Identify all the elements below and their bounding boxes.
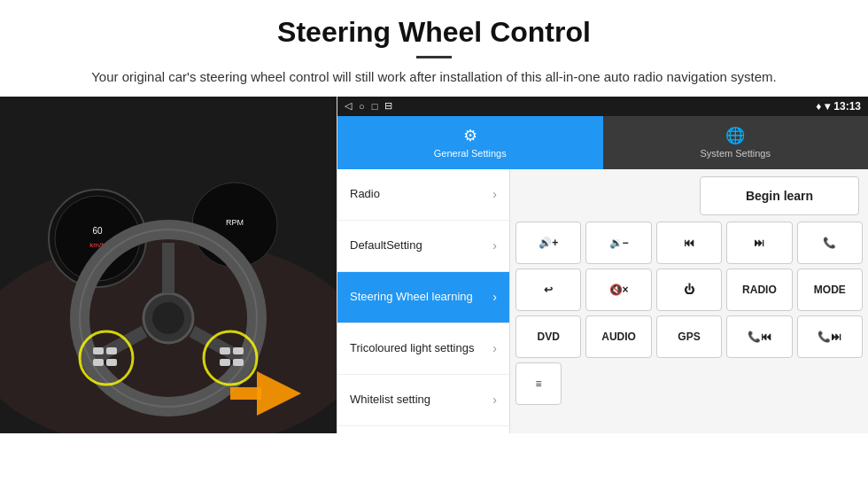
title-divider	[416, 56, 452, 58]
whitelist-icon-button[interactable]: ≡	[515, 362, 562, 405]
svg-rect-19	[106, 347, 117, 354]
tab-system-settings[interactable]: 🌐 System Settings	[603, 116, 869, 169]
power-icon: ⏻	[684, 284, 694, 296]
svg-rect-18	[93, 359, 104, 366]
controls-row-1: 🔊+ 🔉− ⏮ ⏭ 📞	[515, 222, 863, 264]
system-settings-icon: 🌐	[725, 126, 745, 145]
volume-up-button[interactable]: 🔊+	[515, 222, 581, 264]
nav-recent-icon[interactable]: □	[372, 101, 378, 112]
page-title: Steering Wheel Control	[35, 16, 833, 49]
hang-up-button[interactable]: ↩	[515, 268, 581, 311]
svg-rect-23	[233, 347, 244, 354]
controls-row-3: DVD AUDIO GPS 📞⏮ 📞⏭	[515, 315, 863, 358]
chevron-right-icon: ›	[492, 290, 497, 304]
radio-button[interactable]: RADIO	[726, 268, 792, 311]
nav-cast-icon[interactable]: ⊟	[384, 100, 392, 112]
menu-item-whitelist[interactable]: Whitelist setting ›	[337, 375, 509, 426]
android-panel: ◁ ○ □ ⊟ ♦ ▾ 13:13 ⚙ General Settings 🌐 S…	[337, 97, 868, 433]
system-settings-label: System Settings	[701, 148, 771, 159]
controls-panel: Begin learn 🔊+ 🔉− ⏮ ⏭	[510, 169, 868, 433]
tab-bar: ⚙ General Settings 🌐 System Settings	[337, 116, 868, 169]
menu-item-steering-wheel[interactable]: Steering Wheel learning ›	[337, 272, 509, 323]
hang-up-icon: ↩	[544, 284, 553, 296]
volume-up-icon: 🔊+	[539, 237, 558, 249]
begin-learn-row: Begin learn	[515, 175, 863, 217]
menu-whitelist-label: Whitelist setting	[350, 393, 430, 408]
chevron-right-icon: ›	[492, 341, 497, 355]
general-settings-label: General Settings	[434, 148, 507, 159]
svg-rect-24	[233, 359, 244, 366]
svg-point-10	[152, 302, 184, 334]
controls-row-2: ↩ 🔇× ⏻ RADIO MODE	[515, 268, 863, 311]
menu-tricoloured-label: Tricoloured light settings	[350, 341, 474, 356]
phone-next-button[interactable]: 📞⏭	[797, 315, 863, 358]
tab-general-settings[interactable]: ⚙ General Settings	[337, 116, 603, 169]
phone-prev-button[interactable]: 📞⏮	[726, 315, 792, 358]
next-track-button[interactable]: ⏭	[726, 222, 792, 264]
begin-learn-button[interactable]: Begin learn	[700, 176, 859, 215]
volume-down-icon: 🔉−	[609, 237, 629, 249]
svg-rect-22	[220, 359, 230, 366]
next-track-icon: ⏭	[754, 237, 764, 249]
clock: 13:13	[833, 100, 861, 113]
whitelist-row: ≡	[515, 362, 863, 405]
general-settings-icon: ⚙	[463, 126, 477, 145]
svg-rect-17	[93, 347, 104, 354]
location-icon: ♦	[816, 100, 821, 113]
svg-rect-26	[230, 387, 261, 400]
mute-button[interactable]: 🔇×	[585, 268, 651, 311]
menu-radio-label: Radio	[350, 187, 380, 202]
page-header: Steering Wheel Control Your original car…	[0, 0, 868, 97]
wifi-icon: ▾	[825, 100, 830, 113]
svg-rect-20	[106, 359, 117, 366]
phone-answer-button[interactable]: 📞	[797, 222, 863, 264]
gps-button[interactable]: GPS	[656, 315, 722, 358]
phone-prev-icon: 📞⏮	[748, 331, 771, 343]
chevron-right-icon: ›	[492, 238, 497, 253]
menu-steering-label: Steering Wheel learning	[350, 290, 473, 305]
prev-track-icon: ⏮	[684, 237, 694, 249]
chevron-right-icon: ›	[492, 393, 497, 407]
power-button[interactable]: ⏻	[656, 268, 722, 311]
svg-text:60: 60	[92, 226, 103, 236]
content-area: 60 km/h RPM	[0, 97, 868, 433]
menu-list: Radio › DefaultSetting › Steering Wheel …	[337, 169, 510, 433]
svg-rect-21	[220, 347, 230, 354]
nav-back-icon[interactable]: ◁	[345, 100, 352, 112]
audio-button[interactable]: AUDIO	[585, 315, 651, 358]
menu-default-label: DefaultSetting	[350, 238, 422, 253]
empty-spacer	[515, 175, 695, 217]
mode-button[interactable]: MODE	[797, 268, 863, 311]
list-icon: ≡	[535, 377, 541, 390]
status-right: ♦ ▾ 13:13	[816, 100, 861, 113]
nav-home-icon[interactable]: ○	[359, 101, 365, 112]
svg-text:RPM: RPM	[226, 218, 244, 227]
status-bar: ◁ ○ □ ⊟ ♦ ▾ 13:13	[337, 97, 868, 116]
page-subtitle: Your original car's steering wheel contr…	[80, 67, 788, 88]
main-area: Radio › DefaultSetting › Steering Wheel …	[337, 169, 868, 433]
phone-icon: 📞	[823, 237, 836, 249]
mute-icon: 🔇×	[609, 284, 629, 296]
dvd-button[interactable]: DVD	[515, 315, 581, 358]
phone-next-icon: 📞⏭	[818, 331, 841, 343]
menu-item-radio[interactable]: Radio ›	[337, 169, 509, 221]
nav-buttons: ◁ ○ □ ⊟	[345, 100, 392, 112]
chevron-right-icon: ›	[492, 187, 497, 201]
prev-track-button[interactable]: ⏮	[656, 222, 722, 264]
menu-item-tricoloured[interactable]: Tricoloured light settings ›	[337, 323, 509, 375]
car-image: 60 km/h RPM	[0, 97, 337, 433]
menu-item-default-setting[interactable]: DefaultSetting ›	[337, 221, 509, 272]
volume-down-button[interactable]: 🔉−	[585, 222, 651, 264]
